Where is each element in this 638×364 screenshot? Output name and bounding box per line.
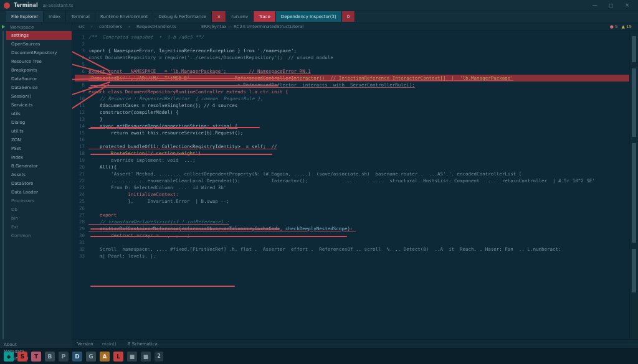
- code-line[interactable]: 13 }: [75, 116, 629, 123]
- tab-9[interactable]: 0: [342, 11, 355, 22]
- code-line[interactable]: 29 emitterRefContainerReference(referenc…: [75, 225, 629, 232]
- tree-item-10[interactable]: Dialog: [6, 118, 72, 127]
- task-icon-0[interactable]: S: [17, 352, 27, 362]
- code-line[interactable]: 4const DocumentRepository = require('../…: [75, 54, 629, 61]
- tab-1[interactable]: Index: [44, 11, 66, 22]
- problem-errors[interactable]: ● 5: [610, 24, 618, 29]
- tree-item-6[interactable]: DataService: [6, 83, 72, 92]
- code-line[interactable]: 5: [75, 61, 629, 68]
- tab-8[interactable]: Dependency Inspector(3): [276, 11, 342, 22]
- code-line[interactable]: 17 protected bundleOf11: Collection<Regi…: [75, 143, 629, 150]
- task-icon-9[interactable]: ■: [141, 352, 151, 362]
- crumb-0[interactable]: src: [79, 24, 85, 29]
- tab-4[interactable]: Debug & Performance: [153, 11, 212, 22]
- code-line[interactable]: 25 }, Invariant.Error | B.swap --;: [75, 198, 629, 205]
- tree-item-11[interactable]: util.ts: [6, 127, 72, 136]
- tab-7[interactable]: Trace: [254, 11, 276, 22]
- code-line[interactable]: 20 All(){: [75, 164, 629, 170]
- code-line[interactable]: 8 -> ReferencedReflector interacts with …: [75, 82, 629, 88]
- task-icon-7[interactable]: L: [113, 352, 123, 362]
- tree-item-3[interactable]: Resource Tree: [6, 57, 72, 66]
- code-line[interactable]: 18 RouteSection('/.section/weight'): [75, 150, 629, 157]
- tab-3[interactable]: Runtime Environment: [95, 11, 153, 22]
- task-icon-2[interactable]: B: [45, 352, 55, 362]
- window-controls[interactable]: — □ ×: [593, 2, 634, 8]
- tree-item-12[interactable]: ZON: [6, 136, 72, 144]
- code-line[interactable]: 31: [75, 239, 629, 246]
- tree-item-17[interactable]: DataStore: [6, 179, 72, 188]
- tree-item-5[interactable]: DataSource: [6, 75, 72, 83]
- code-area[interactable]: 1/** Generated snapshot • l‐b /a0c5 **/2…: [72, 31, 629, 339]
- tree-item-13[interactable]: PSet: [6, 144, 72, 153]
- task-icon-3[interactable]: P: [59, 352, 69, 362]
- tree-item-18[interactable]: Data Loader: [6, 188, 72, 197]
- code-line[interactable]: 10 // Resource : RequestedReflector { co…: [75, 95, 629, 102]
- explorer-title: Workspace: [6, 22, 72, 31]
- tab-5[interactable]: ×: [212, 11, 226, 22]
- panel-left[interactable]: Version: [77, 342, 93, 347]
- code-line[interactable]: 32 Scroll namespace:. .... #fixed.[First…: [75, 246, 629, 253]
- task-icon-5[interactable]: G: [86, 352, 96, 362]
- tree-item-15[interactable]: B.Generator: [6, 162, 72, 170]
- code-line[interactable]: 6export const __NAMESPACE__ = 'lb.Manage…: [75, 68, 629, 75]
- tree-item-23[interactable]: Common: [6, 231, 72, 240]
- tree-item-7[interactable]: Session(): [6, 92, 72, 101]
- code-line[interactable]: 15 return await this.resourceService[b].…: [75, 129, 629, 136]
- code-line[interactable]: 26: [75, 205, 629, 212]
- panel-right[interactable]: B Schematica: [128, 342, 158, 347]
- tree-item-0[interactable]: settings: [6, 31, 72, 40]
- task-icon-1[interactable]: T: [31, 352, 41, 362]
- code-line[interactable]: 27 export: [75, 212, 629, 218]
- code-line[interactable]: 9export class DocumentRepositoryRuntimeC…: [75, 88, 629, 95]
- tree-item-14[interactable]: index: [6, 153, 72, 162]
- os-taskbar[interactable]: ◆ STBPDGAL■■ 2: [0, 348, 638, 364]
- problem-warnings[interactable]: ▲ 15: [621, 24, 632, 29]
- activity-gutter: [0, 22, 6, 339]
- crumb-1[interactable]: controllers: [99, 24, 122, 29]
- task-icon-6[interactable]: A: [100, 352, 110, 362]
- code-line[interactable]: 16: [75, 136, 629, 143]
- code-line[interactable]: 28 // transformDeclareStrict(if ! intRef…: [75, 218, 629, 225]
- tree-item-9[interactable]: utils: [6, 110, 72, 118]
- tree-item-16[interactable]: Assets: [6, 170, 72, 179]
- explorer-tree[interactable]: settingsOpenSourcesDocumentRepositoryRes…: [6, 31, 72, 339]
- start-icon[interactable]: ◆: [4, 352, 14, 362]
- crumb-2[interactable]: RequestHandler.ts: [136, 24, 176, 29]
- tree-item-21[interactable]: bin: [6, 214, 72, 223]
- code-line[interactable]: 11 #documentCases = resolveSingleton(); …: [75, 102, 629, 109]
- bottom-panel: Version main() B Schematica: [72, 339, 638, 348]
- task-icon-4[interactable]: D: [72, 352, 82, 362]
- code-line[interactable]: 33 m| Pearl: levels, |.: [75, 253, 629, 259]
- code-line[interactable]: 3import { NamespaceError, InjectionRefer…: [75, 47, 629, 54]
- tree-item-8[interactable]: Service.ts: [6, 101, 72, 110]
- code-line[interactable]: 22 ............ enumerableClearLocal Dep…: [75, 177, 629, 184]
- code-line[interactable]: 19 override implement: void ...;: [75, 157, 629, 164]
- tab-6[interactable]: run.env: [226, 11, 254, 22]
- task-icon-8[interactable]: ■: [127, 352, 137, 362]
- taskbar-badge[interactable]: 2: [155, 352, 163, 362]
- code-line[interactable]: 23 From D: SelectedColumn ... id Wired 3…: [75, 184, 629, 191]
- code-line[interactable]: 1/** Generated snapshot • l‐b /a0c5 **/: [75, 34, 629, 40]
- code-line[interactable]: 14 async getResourceRepo(connectionStrin…: [75, 123, 629, 129]
- code-line[interactable]: 7'RequestedB(/'','/AR(/)M/__T')MEB-B' Re…: [75, 75, 629, 82]
- code-line[interactable]: 2: [75, 40, 629, 47]
- tree-item-19[interactable]: Processors: [6, 197, 72, 205]
- tree-item-4[interactable]: Breakpoints: [6, 66, 72, 75]
- tree-item-22[interactable]: Ext: [6, 223, 72, 231]
- code-line[interactable]: 12 constructor(compilerModel) {: [75, 109, 629, 116]
- tree-item-20[interactable]: Db: [6, 205, 72, 214]
- run-icon[interactable]: [2, 25, 5, 29]
- tab-0[interactable]: File Explorer: [6, 11, 44, 22]
- code-line[interactable]: 21 'Assert' Method, ........ collectDepe…: [75, 170, 629, 177]
- tab-2[interactable]: Terminal: [66, 11, 95, 22]
- tree-item-2[interactable]: DocumentRepository: [6, 49, 72, 57]
- minimap[interactable]: [629, 31, 638, 339]
- status-note: main(): [102, 342, 117, 347]
- code-line[interactable]: 24 initializeContext:: [75, 191, 629, 198]
- code-line[interactable]: 30 destruct arrays = ..,..,.. ;: [75, 232, 629, 239]
- tree-item-1[interactable]: OpenSources: [6, 40, 72, 49]
- sidebar-foot-0[interactable]: About: [4, 342, 69, 348]
- gutter-rail: [2, 31, 4, 339]
- tab-strip: File ExplorerIndexTerminalRuntime Enviro…: [0, 11, 638, 22]
- code-editor[interactable]: src› controllers› RequestHandler.ts ERR/…: [72, 22, 638, 339]
